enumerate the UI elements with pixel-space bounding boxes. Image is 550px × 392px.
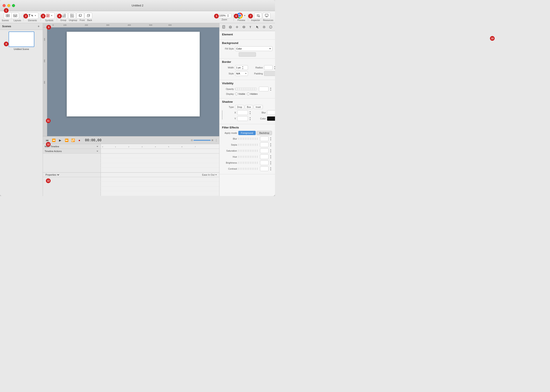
backdrop-btn[interactable]: Backdrop xyxy=(257,131,272,135)
box-btn[interactable]: Box xyxy=(245,105,253,109)
radius-down[interactable]: ▼ xyxy=(273,68,275,70)
annotation-11: 11 xyxy=(46,118,51,123)
timeline-options-icon[interactable]: ⋮ xyxy=(215,139,218,142)
dropdown-arrow-icon xyxy=(34,14,36,17)
blur-filter-input[interactable] xyxy=(260,136,268,141)
saturation-slider[interactable] xyxy=(238,150,258,152)
radius-up[interactable]: ▲ xyxy=(273,65,275,68)
bg-color-swatch[interactable] xyxy=(239,52,256,57)
sepia-stepper[interactable]: ▲ ▼ xyxy=(269,143,272,147)
visible-radio[interactable]: Visible xyxy=(235,93,245,95)
svg-text:T: T xyxy=(249,26,251,29)
opacity-row: Opacity ▲ ▼ xyxy=(222,87,272,91)
tab-settings[interactable] xyxy=(261,24,267,30)
svg-rect-14 xyxy=(62,16,64,17)
sepia-input[interactable] xyxy=(260,142,268,147)
step-back-btn[interactable]: ⏪ xyxy=(51,138,56,143)
main-timeline-expand-icon[interactable] xyxy=(96,145,99,148)
radius-input[interactable] xyxy=(264,65,273,70)
contrast-slider[interactable] xyxy=(238,168,258,170)
hue-slider[interactable] xyxy=(238,156,258,158)
contrast-stepper[interactable]: ▲ ▼ xyxy=(269,167,272,171)
opacity-down[interactable]: ▼ xyxy=(269,89,272,91)
shadow-x-label: X xyxy=(224,111,236,114)
opacity-up[interactable]: ▲ xyxy=(269,87,272,89)
zoom-group: 100% Zoom xyxy=(217,13,232,21)
sidebar-add-btn[interactable]: + xyxy=(37,24,41,28)
hue-input[interactable] xyxy=(260,154,268,159)
close-button[interactable] xyxy=(3,4,6,7)
layouts-btn[interactable] xyxy=(11,13,19,19)
timeline-zoom-slider[interactable] xyxy=(193,140,211,141)
saturation-stepper[interactable]: ▲ ▼ xyxy=(269,149,272,153)
front-btn[interactable] xyxy=(76,13,84,19)
timeline-actions-expand-icon[interactable] xyxy=(96,150,99,153)
svg-rect-17 xyxy=(72,14,74,15)
blur-input[interactable] xyxy=(267,110,275,115)
svg-text:100: 100 xyxy=(43,38,45,41)
saturation-input[interactable] xyxy=(260,148,268,153)
back-btn[interactable] xyxy=(85,13,92,19)
step-forward-btn[interactable]: ⏩ xyxy=(64,138,69,143)
contrast-input[interactable] xyxy=(260,166,268,171)
tab-layers[interactable] xyxy=(227,24,233,30)
border-width-stepper[interactable]: ▲ ▼ xyxy=(241,65,245,70)
radius-stepper[interactable]: ▲ ▼ xyxy=(273,65,275,70)
loop-btn[interactable]: 🔁 xyxy=(70,138,76,143)
border-width-input[interactable]: 1 px ▲ ▼ xyxy=(235,65,248,70)
hue-input-group: ▲ ▼ xyxy=(260,154,272,159)
visible-radio-btn[interactable] xyxy=(235,93,238,95)
tab-info[interactable]: i xyxy=(268,24,274,30)
canvas-document[interactable] xyxy=(67,32,200,116)
opacity-slider[interactable] xyxy=(235,88,257,90)
minimize-button[interactable] xyxy=(7,4,10,7)
opacity-stepper[interactable]: ▲ ▼ xyxy=(269,87,272,91)
scenes-btn[interactable] xyxy=(4,13,11,19)
tab-cursor[interactable] xyxy=(254,24,260,30)
background-section: Background Fill Style Color xyxy=(219,40,275,59)
svg-text:100: 100 xyxy=(63,24,66,26)
elements-btn[interactable]: T xyxy=(27,13,38,19)
fill-style-select[interactable]: Color xyxy=(235,46,272,51)
brightness-slider[interactable] xyxy=(238,162,258,164)
zoom-control[interactable]: 100% xyxy=(217,13,232,18)
play-btn[interactable]: ▶ xyxy=(57,138,63,143)
maximize-button[interactable] xyxy=(12,4,15,7)
tab-metrics[interactable] xyxy=(234,24,240,30)
blur-filter-stepper[interactable]: ▲ ▼ xyxy=(269,137,272,141)
opacity-input[interactable] xyxy=(259,87,268,91)
stepper-down[interactable]: ▼ xyxy=(241,68,245,70)
inset-btn[interactable]: Inset xyxy=(254,105,263,109)
brightness-stepper[interactable]: ▲ ▼ xyxy=(269,161,272,165)
drop-btn[interactable]: Drop xyxy=(235,105,244,109)
brightness-input[interactable] xyxy=(260,161,268,165)
shadow-y-input[interactable] xyxy=(237,116,248,121)
sepia-slider[interactable] xyxy=(238,144,258,146)
resources-btn[interactable] xyxy=(263,13,270,19)
foreground-btn[interactable]: Foreground xyxy=(238,131,256,135)
hidden-radio-btn[interactable] xyxy=(247,93,249,95)
ungroup-btn[interactable] xyxy=(68,13,76,19)
properties-select[interactable]: Properties xyxy=(45,173,60,176)
svg-rect-64 xyxy=(243,27,245,27)
stepper-up[interactable]: ▲ xyxy=(241,65,245,68)
tab-scene[interactable] xyxy=(241,24,247,30)
padding-swatch[interactable] xyxy=(264,71,275,76)
shadow-color-swatch[interactable] xyxy=(267,116,275,121)
hidden-radio[interactable]: Hidden xyxy=(247,93,258,95)
blur-slider[interactable] xyxy=(238,138,258,140)
svg-rect-4 xyxy=(14,14,17,15)
tab-document[interactable] xyxy=(221,24,226,30)
shadow-x-stepper[interactable]: ▲ ▼ xyxy=(248,111,252,115)
shadow-y-stepper[interactable]: ▲ ▼ xyxy=(248,116,252,121)
front-icon xyxy=(78,14,82,18)
symbols-btn[interactable] xyxy=(44,13,55,19)
scene-item[interactable]: Untitled Scene xyxy=(2,32,41,50)
inspector-btn[interactable] xyxy=(254,13,262,19)
ease-dropdown-icon[interactable] xyxy=(214,173,218,176)
record-btn[interactable]: ● xyxy=(77,138,82,143)
border-style-select[interactable]: N/A xyxy=(235,71,248,76)
hue-stepper[interactable]: ▲ ▼ xyxy=(269,155,272,159)
shadow-x-input[interactable] xyxy=(237,110,248,115)
tab-text[interactable]: T xyxy=(248,24,254,30)
